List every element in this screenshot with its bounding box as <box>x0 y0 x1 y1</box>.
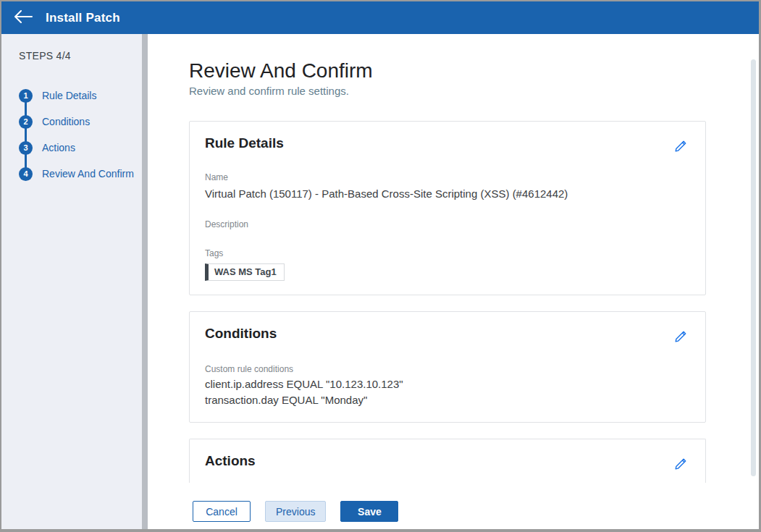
step-conditions[interactable]: 2 Conditions <box>19 109 142 135</box>
step-label: Actions <box>42 142 75 153</box>
steps-sidebar: STEPS 4/4 1 Rule Details 2 Conditions 3 … <box>1 34 142 529</box>
step-number-badge: 1 <box>19 89 33 103</box>
card-title: Conditions <box>205 326 277 342</box>
pencil-icon <box>673 145 689 156</box>
cancel-button[interactable]: Cancel <box>193 501 251 522</box>
arrow-left-icon <box>14 10 33 25</box>
condition-line: transaction.day EQUAL "Monday" <box>205 392 690 408</box>
pencil-icon <box>673 335 689 346</box>
step-number-badge: 2 <box>19 115 33 129</box>
card-title: Rule Details <box>205 135 284 151</box>
rule-details-card: Rule Details Nam <box>189 121 706 295</box>
step-label: Review And Confirm <box>42 168 134 180</box>
condition-line: client.ip.address EQUAL "10.123.10.123" <box>205 376 690 392</box>
step-rule-details[interactable]: 1 Rule Details <box>19 83 142 109</box>
conditions-card: Conditions Custo <box>189 311 706 423</box>
previous-button[interactable]: Previous <box>265 501 326 522</box>
name-label: Name <box>205 172 690 182</box>
name-value: Virtual Patch (150117) - Path-Based Cros… <box>205 186 690 202</box>
window-title: Install Patch <box>46 11 120 25</box>
footer-actions: Cancel Previous Save <box>148 483 759 529</box>
back-button[interactable] <box>14 10 33 25</box>
conditions-label: Custom rule conditions <box>205 364 690 374</box>
tags-label: Tags <box>205 248 690 258</box>
main-panel: Review And Confirm Review and confirm ru… <box>148 34 759 529</box>
header-bar: Install Patch <box>1 1 759 34</box>
main-scrollbar-thumb[interactable] <box>751 59 756 476</box>
step-number-badge: 3 <box>19 141 33 155</box>
page-title: Review And Confirm <box>189 59 759 83</box>
review-content: Review And Confirm Review and confirm ru… <box>148 34 759 483</box>
actions-card: Actions Custom r <box>189 439 706 483</box>
edit-rule-details-button[interactable] <box>672 137 690 157</box>
page-subtitle: Review and confirm rule settings. <box>189 85 759 97</box>
sidebar-scrollbar[interactable] <box>142 34 148 529</box>
pencil-icon <box>673 463 689 473</box>
step-label: Conditions <box>42 116 90 127</box>
tag-chip: WAS MS Tag1 <box>205 263 285 281</box>
step-number-badge: 4 <box>19 167 33 181</box>
card-title: Actions <box>205 453 256 469</box>
steps-progress-label: STEPS 4/4 <box>19 50 142 62</box>
step-actions[interactable]: 3 Actions <box>19 135 142 161</box>
install-patch-window: Install Patch STEPS 4/4 1 Rule Details 2… <box>0 0 761 532</box>
save-button[interactable]: Save <box>340 501 398 522</box>
edit-actions-button[interactable] <box>672 455 690 475</box>
description-label: Description <box>205 219 690 229</box>
edit-conditions-button[interactable] <box>672 327 690 347</box>
step-label: Rule Details <box>42 90 96 101</box>
stepper: 1 Rule Details 2 Conditions 3 Actions 4 … <box>19 83 142 187</box>
step-review-and-confirm[interactable]: 4 Review And Confirm <box>19 161 142 187</box>
